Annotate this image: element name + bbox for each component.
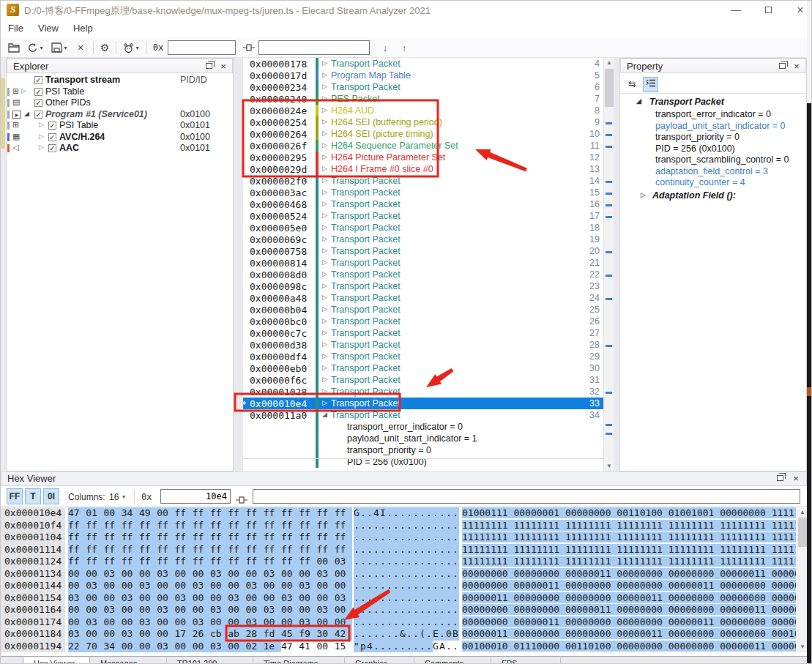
hex-byte[interactable]: ff	[281, 544, 299, 556]
hex-byte[interactable]: 00	[175, 604, 193, 616]
packet-row[interactable]: 0x00000a48▷Transport Packet24	[243, 292, 614, 304]
hex-byte[interactable]: 00	[122, 604, 139, 616]
hex-byte[interactable]: 00	[68, 616, 86, 629]
hex-byte[interactable]: 00	[193, 592, 210, 605]
packet-row[interactable]: 0x00000240▷PES Packet7	[243, 93, 614, 105]
property-field[interactable]: adaptation_field_control = 3	[620, 166, 806, 178]
hex-byte[interactable]: ff	[193, 544, 210, 556]
hex-byte[interactable]: ff	[139, 531, 157, 544]
hex-byte[interactable]: 00	[317, 641, 335, 653]
explorer-row[interactable]: ▤✓Other PIDs	[7, 97, 233, 109]
hex-byte[interactable]: f9	[299, 628, 316, 641]
hex-byte[interactable]: 00	[299, 604, 316, 616]
close-file-button[interactable]: ×	[74, 40, 87, 56]
explorer-row[interactable]: ◁▷✓AAC0x0101	[7, 143, 233, 154]
expand-icon[interactable]: ▷	[39, 133, 44, 140]
hex-byte[interactable]: 01	[86, 507, 103, 520]
property-field[interactable]: payload_unit_start_indicator = 0	[620, 121, 806, 133]
hex-byte[interactable]: 00	[104, 580, 122, 592]
hex-row[interactable]: 0x00001144000300000300000300000300000300…	[1, 580, 797, 592]
minimize-button[interactable]: —	[723, 1, 748, 20]
hex-byte[interactable]: 03	[139, 616, 157, 629]
checkbox[interactable]: ✓	[48, 133, 56, 141]
hex-byte[interactable]: ff	[157, 520, 174, 532]
hex-byte[interactable]: 45	[281, 628, 299, 641]
expand-icon[interactable]: ▷	[322, 387, 327, 395]
hex-byte[interactable]: 00	[317, 616, 335, 629]
hex-byte[interactable]: 00	[86, 592, 103, 605]
hex-byte[interactable]: 34	[104, 641, 122, 653]
sync-selection-button[interactable]: ⇆	[625, 77, 640, 92]
hex-byte[interactable]: ff	[335, 520, 352, 532]
hex-byte[interactable]: 00	[157, 592, 174, 605]
hex-byte[interactable]: 03	[175, 592, 193, 605]
analyzer-options-button[interactable]: ▾	[120, 40, 142, 56]
hex-byte[interactable]: ff	[228, 520, 245, 532]
hex-row[interactable]: 0x000010e4470100344900ffffffffffffffffff…	[1, 507, 797, 520]
hex-byte[interactable]: 00	[175, 616, 193, 629]
packet-detail-row[interactable]: transport_error_indicator = 0	[243, 421, 614, 433]
packet-row[interactable]: 0x000003ac▷Transport Packet15	[243, 187, 614, 198]
bottom-tab-time-diagrams[interactable]: Time Diagrams	[253, 657, 345, 664]
hex-byte[interactable]: 00	[122, 580, 139, 592]
packet-row[interactable]: 0x000011a0◢Transport Packet34	[243, 409, 614, 421]
packet-row[interactable]: 0x00000f6c▷Transport Packet31	[243, 374, 614, 386]
hex-byte[interactable]: 00	[104, 628, 122, 641]
hex-byte[interactable]: 00	[335, 604, 352, 616]
packet-row[interactable]: 0x0000029d▷H264 I Frame #0 slice #013	[243, 163, 614, 175]
expand-icon[interactable]: ▷	[21, 87, 26, 94]
hex-byte[interactable]: 03	[246, 580, 264, 592]
packet-row[interactable]: 0x0000026f▷H264 Sequence Parameter Set11	[243, 140, 614, 152]
expand-icon[interactable]: ▷	[39, 143, 44, 151]
expand-icon[interactable]: ▷	[322, 83, 327, 90]
hex-row[interactable]: 0x0000119422703400000300000300021e474100…	[1, 641, 797, 653]
hex-byte[interactable]: 00	[281, 580, 299, 592]
hex-byte[interactable]: 49	[139, 507, 157, 520]
hex-search-input[interactable]	[253, 489, 800, 504]
hex-byte[interactable]: ff	[264, 507, 281, 520]
property-field[interactable]: transport_error_indicator = 0	[620, 109, 806, 121]
hex-byte[interactable]: 00	[139, 568, 157, 581]
hex-byte[interactable]: 03	[335, 592, 352, 605]
expand-icon[interactable]: ▷	[322, 200, 327, 207]
search-input[interactable]	[258, 40, 370, 55]
hex-byte[interactable]: 00	[264, 592, 281, 605]
expand-icon[interactable]: ▷	[322, 71, 327, 78]
hex-byte[interactable]: 00	[246, 568, 264, 581]
hex-byte[interactable]: 00	[228, 568, 245, 581]
hex-byte[interactable]: ff	[210, 544, 228, 556]
hex-byte[interactable]: 30	[317, 628, 335, 641]
hex-byte[interactable]: ff	[246, 544, 264, 556]
hex-byte[interactable]: ff	[210, 556, 228, 568]
expand-icon[interactable]: ▷	[322, 247, 327, 254]
hex-byte[interactable]: 00	[104, 507, 122, 520]
scrollbar-thumb[interactable]	[798, 518, 807, 547]
packet-row[interactable]: 0x00000468▷Transport Packet16	[243, 198, 614, 210]
hex-byte[interactable]: 00	[86, 628, 103, 641]
hex-byte[interactable]: ff	[68, 520, 86, 532]
hex-byte[interactable]: ff	[335, 531, 352, 544]
explorer-row[interactable]: ⊞▷✓PSI Table0x0101	[7, 120, 233, 132]
hex-byte[interactable]: ff	[317, 520, 335, 532]
collapse-icon[interactable]: ◢	[636, 97, 641, 105]
hex-byte[interactable]: ff	[193, 531, 210, 544]
expand-icon[interactable]: ▷	[322, 212, 327, 219]
hex-byte[interactable]: ff	[104, 556, 122, 568]
hex-byte[interactable]: 42	[335, 628, 352, 641]
packet-row[interactable]: 0x0000017d▷Program Map Table5	[243, 70, 614, 81]
hex-byte[interactable]: 00	[157, 507, 174, 520]
packet-detail-row[interactable]: transport_priority = 0	[243, 444, 614, 456]
hex-byte[interactable]: 00	[157, 616, 174, 629]
hex-byte[interactable]: 00	[335, 616, 352, 629]
hex-byte[interactable]: 03	[246, 616, 264, 629]
hex-byte[interactable]: 00	[68, 604, 86, 616]
hex-dump-area[interactable]: 0x000010e4470100344900ffffffffffffffffff…	[1, 507, 797, 652]
hex-byte[interactable]: ff	[175, 507, 193, 520]
hex-byte[interactable]: ff	[122, 531, 139, 544]
expand-icon[interactable]: ▷	[322, 305, 327, 313]
hex-byte[interactable]: ff	[281, 507, 299, 520]
hex-row[interactable]: 0x00001154030000030000030000030000030000…	[1, 592, 797, 605]
hex-scrollbar[interactable]: ▲ ▼	[797, 507, 807, 652]
hex-byte[interactable]: ff	[104, 520, 122, 532]
hex-byte[interactable]: ff	[86, 556, 103, 568]
